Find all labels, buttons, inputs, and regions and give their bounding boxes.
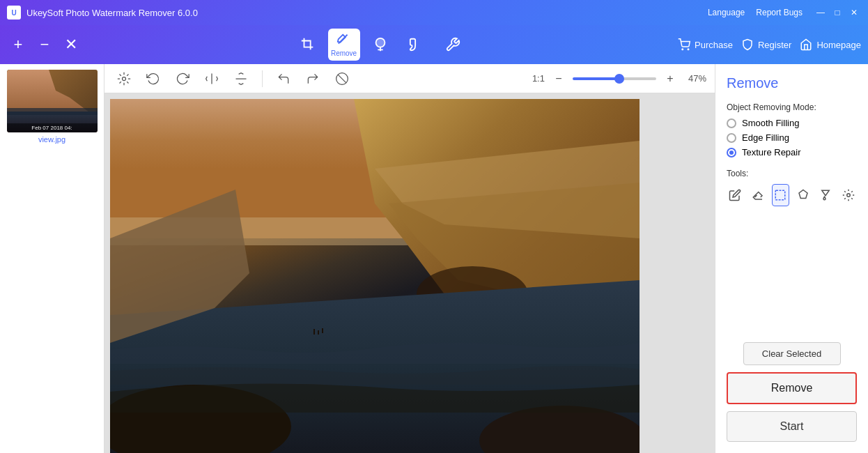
add-icon: + [14, 36, 23, 54]
register-button[interactable]: Register [741, 38, 791, 51]
register-label: Register [758, 40, 791, 50]
close-file-button[interactable]: ✕ [60, 33, 82, 56]
rotate-ccw-button[interactable] [142, 68, 164, 90]
homepage-label: Homepage [816, 40, 861, 50]
buttons-area: Clear Selected Remove Start [727, 342, 857, 442]
report-bugs-button[interactable]: Report Bugs [756, 8, 803, 17]
redo-button[interactable] [302, 68, 324, 90]
flip-v-button[interactable] [230, 68, 252, 90]
rect-select-icon [774, 189, 786, 201]
flip-h-button[interactable] [201, 68, 223, 90]
cart-icon [678, 38, 690, 51]
thumbnail-container[interactable]: Feb 07 2018 04: [7, 70, 98, 132]
purchase-button[interactable]: Purchase [678, 38, 733, 51]
right-panel-title: Remove [727, 75, 857, 91]
rect-select-tool-button[interactable] [772, 184, 789, 206]
remove-tool-icon [336, 33, 352, 48]
main-image-svg [110, 99, 640, 453]
svg-rect-20 [313, 329, 315, 335]
close-file-icon: ✕ [65, 36, 77, 54]
left-panel: Feb 07 2018 04: view.jpg [0, 64, 104, 453]
canvas-image[interactable] [110, 99, 640, 453]
texture-radio-circle [727, 148, 736, 158]
edge-radio-circle [727, 133, 736, 143]
smart-select-button[interactable] [113, 68, 135, 90]
titlebar-right: Language Report Bugs — □ ✕ [708, 6, 861, 20]
minus-icon: − [40, 36, 49, 54]
flip-v-icon [234, 72, 248, 86]
minimize-button[interactable]: — [814, 6, 828, 20]
svg-line-8 [338, 75, 346, 83]
clear-button[interactable] [331, 68, 353, 90]
rotate-ccw-icon [146, 72, 160, 86]
zoom-out-button[interactable]: − [550, 68, 567, 90]
fill-tool-button[interactable] [364, 29, 396, 61]
main-toolbar: + − ✕ Remove [0, 25, 868, 64]
smooth-filling-option[interactable]: Smooth Filling [727, 118, 857, 128]
object-removing-mode-label: Object Removing Mode: [727, 102, 857, 112]
window-controls: — □ ✕ [814, 6, 861, 20]
tools-section: Tools: [727, 169, 857, 206]
home-icon [800, 38, 812, 51]
zoom-controls: 1:1 − + 47% [532, 68, 706, 90]
canvas-area: 1:1 − + 47% [104, 64, 715, 453]
brush-tool-button[interactable] [401, 29, 433, 61]
smooth-filling-label: Smooth Filling [742, 118, 799, 128]
svg-rect-5 [7, 108, 98, 115]
main-content: Feb 07 2018 04: view.jpg [0, 64, 868, 453]
poly-select-tool-button[interactable] [795, 184, 812, 206]
zoom-plus-icon: + [667, 72, 673, 85]
svg-point-25 [847, 194, 851, 197]
rotate-cw-button[interactable] [171, 68, 194, 90]
radial-tool-button[interactable] [840, 184, 858, 206]
pencil-tool-button[interactable] [727, 184, 744, 206]
divider-1 [262, 70, 263, 87]
start-button[interactable]: Start [727, 411, 857, 442]
texture-repair-label: Texture Repair [742, 147, 801, 158]
smart-select-icon [117, 72, 131, 86]
eraser-icon [752, 189, 764, 201]
maximize-button[interactable]: □ [830, 6, 844, 20]
app-logo: U [7, 6, 21, 20]
title-bar: U UkeySoft Photo Watermark Remover 6.0.0… [0, 0, 868, 25]
thumbnail-filename: view.jpg [38, 135, 65, 144]
add-file-button[interactable]: + [7, 33, 29, 56]
remove-file-button[interactable]: − [33, 33, 56, 56]
homepage-button[interactable]: Homepage [800, 38, 861, 51]
remove-tool-label: Remove [331, 49, 357, 57]
eraser-tool-button[interactable] [750, 184, 767, 206]
fill-icon [373, 37, 388, 52]
brush-icon [409, 37, 424, 52]
canvas-image-area [104, 93, 715, 453]
radial-icon [842, 189, 855, 201]
picker-icon [445, 37, 460, 52]
canvas-toolbar: 1:1 − + 47% [104, 64, 715, 93]
svg-point-0 [682, 49, 683, 50]
zoom-slider[interactable] [573, 77, 656, 80]
picker-tool-button[interactable] [437, 29, 469, 61]
svg-point-6 [123, 77, 126, 80]
clear-icon [335, 72, 349, 86]
pencil-icon [729, 189, 741, 201]
paint-tool-button[interactable] [817, 184, 835, 206]
zoom-in-button[interactable]: + [662, 68, 679, 90]
texture-repair-option[interactable]: Texture Repair [727, 147, 857, 158]
purchase-label: Purchase [695, 40, 733, 50]
register-icon [741, 38, 754, 51]
close-button[interactable]: ✕ [847, 6, 861, 20]
remove-button[interactable]: Remove [727, 372, 857, 404]
undo-button[interactable] [272, 68, 295, 90]
zoom-percent-label: 47% [688, 73, 706, 84]
language-button[interactable]: Language [708, 8, 745, 17]
tools-label: Tools: [727, 169, 857, 178]
crop-tool-button[interactable] [292, 29, 324, 61]
svg-point-1 [688, 49, 689, 50]
remove-tool-button[interactable]: Remove [328, 29, 360, 61]
zoom-minus-icon: − [555, 72, 561, 85]
zoom-thumb [614, 74, 624, 84]
rotate-cw-icon [176, 72, 189, 86]
redo-icon [306, 72, 320, 86]
clear-selected-button[interactable]: Clear Selected [743, 342, 841, 365]
edge-filling-option[interactable]: Edge Filling [727, 132, 857, 143]
svg-rect-23 [776, 190, 786, 200]
